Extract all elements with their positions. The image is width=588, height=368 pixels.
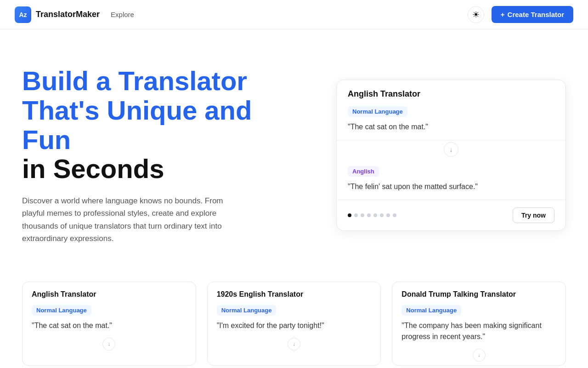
card-anglish-text: "The cat sat on the mat." (32, 320, 187, 331)
dot-5 (373, 213, 377, 217)
demo-dots (348, 213, 396, 217)
card-1920s-badge: Normal Language (217, 305, 277, 316)
plus-icon: + (501, 11, 505, 18)
dot-7 (386, 213, 390, 217)
demo-to-section: Anglish "The felin' sat upon the matted … (337, 159, 565, 200)
card-trump: Donald Trump Talking Translator Normal L… (392, 282, 566, 366)
card-1920s-text: "I'm excited for the party tonight!" (217, 320, 372, 331)
hero-title-line3: Fun (22, 125, 71, 155)
logo-text: TranslatorMaker (36, 10, 100, 19)
card-anglish: Anglish Translator Normal Language "The … (22, 282, 196, 366)
dot-3 (361, 213, 364, 217)
navbar: Az TranslatorMaker Explore ☀ + Create Tr… (0, 0, 588, 29)
explore-link[interactable]: Explore (111, 11, 134, 18)
card-trump-body: Normal Language "The company has been ma… (392, 299, 565, 349)
card-trump-title: Donald Trump Talking Translator (392, 282, 565, 299)
hero-text: Build a Translator That's Unique and Fun… (22, 66, 252, 245)
hero-title: Build a Translator That's Unique and Fun… (22, 66, 252, 184)
hero-description: Discover a world where language knows no… (22, 195, 233, 245)
logo-icon-text: Az (19, 11, 27, 18)
create-translator-button[interactable]: + Create Translator (492, 6, 573, 23)
hero-title-line4: in Seconds (22, 154, 164, 184)
card-1920s-title: 1920s English Translator (208, 282, 381, 299)
hero-section: Build a Translator That's Unique and Fun… (0, 29, 588, 272)
demo-card: Anglish Translator Normal Language "The … (336, 80, 566, 231)
navbar-left: Az TranslatorMaker Explore (15, 6, 134, 23)
down-arrow-icon: ↓ (102, 338, 115, 351)
logo[interactable]: Az TranslatorMaker (15, 6, 100, 23)
card-anglish-body: Normal Language "The cat sat on the mat.… (23, 299, 196, 338)
down-arrow-icon: ↓ (444, 142, 458, 157)
logo-icon: Az (15, 6, 31, 23)
hero-title-line2: That's Unique and (22, 95, 252, 125)
down-arrow-icon: ↓ (473, 349, 486, 362)
card-trump-badge: Normal Language (401, 305, 461, 316)
demo-card-title: Anglish Translator (337, 80, 565, 99)
try-now-button[interactable]: Try now (513, 207, 554, 223)
demo-from-section: Normal Language "The cat sat on the mat.… (337, 99, 565, 140)
card-1920s: 1920s English Translator Normal Language… (207, 282, 381, 366)
demo-from-badge: Normal Language (348, 106, 407, 117)
card-1920s-arrow: ↓ (208, 338, 381, 354)
card-anglish-arrow: ↓ (23, 338, 196, 354)
dot-4 (367, 213, 371, 217)
dot-2 (354, 213, 358, 217)
card-anglish-title: Anglish Translator (23, 282, 196, 299)
cards-section: Anglish Translator Normal Language "The … (0, 272, 588, 368)
down-arrow-icon: ↓ (288, 338, 300, 351)
demo-to-text: "The felin' sat upon the matted surface.… (348, 181, 554, 192)
theme-toggle-button[interactable]: ☀ (468, 6, 484, 23)
sun-icon: ☀ (472, 10, 480, 20)
navbar-right: ☀ + Create Translator (468, 6, 573, 23)
demo-to-badge: Anglish (348, 166, 379, 177)
hero-title-line1: Build a Translator (22, 66, 247, 96)
cards-grid: Anglish Translator Normal Language "The … (22, 282, 566, 366)
card-trump-text: "The company has been making significant… (401, 320, 556, 342)
demo-from-text: "The cat sat on the mat." (348, 121, 554, 132)
dot-6 (380, 213, 384, 217)
card-1920s-body: Normal Language "I'm excited for the par… (208, 299, 381, 338)
card-trump-arrow: ↓ (392, 349, 565, 365)
card-anglish-badge: Normal Language (32, 305, 91, 316)
demo-footer: Try now (337, 200, 565, 230)
dot-8 (393, 213, 396, 217)
create-button-label: Create Translator (508, 11, 564, 18)
dot-1 (348, 213, 351, 217)
demo-arrow-row: ↓ (337, 140, 565, 159)
